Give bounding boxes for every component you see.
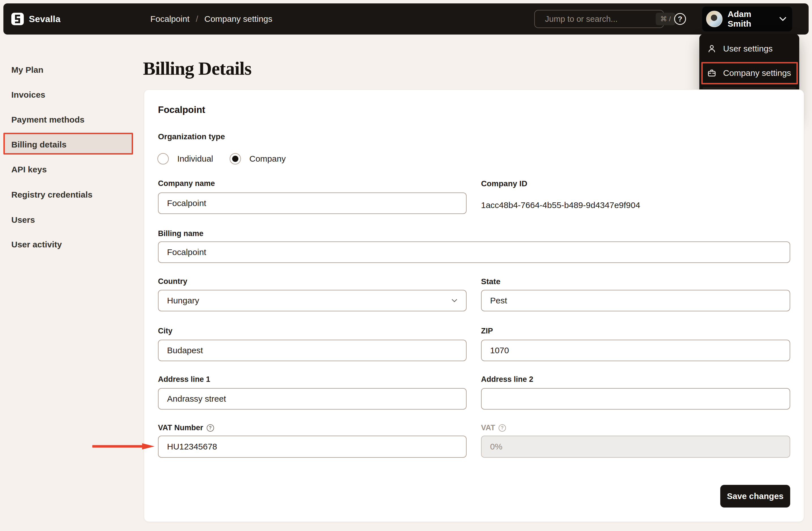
state-input[interactable]	[481, 290, 790, 311]
zip-label: ZIP	[481, 327, 493, 335]
state-label: State	[481, 277, 500, 286]
address-line-2-input[interactable]	[481, 388, 790, 410]
address-line-2-label: Address line 2	[481, 375, 533, 384]
brand[interactable]: Sevalla	[11, 3, 61, 34]
vat-number-label: VAT Number ?	[158, 424, 214, 432]
sidebar-item-payment-methods[interactable]: Payment methods	[11, 115, 84, 124]
country-label: Country	[158, 277, 187, 286]
screen: Sevalla Focalpoint / Company settings ⌘ …	[0, 0, 812, 531]
city-input[interactable]	[158, 340, 467, 361]
address-line-1-label: Address line 1	[158, 375, 211, 384]
menu-divider	[703, 88, 796, 88]
vat-number-help-icon[interactable]: ?	[207, 424, 214, 432]
user-name: Adam Smith	[728, 9, 774, 29]
brand-name: Sevalla	[29, 14, 61, 24]
radio-selected-dot	[232, 156, 238, 162]
vat-label: VAT ?	[481, 424, 506, 432]
vat-label-text: VAT	[481, 424, 495, 432]
chevron-down-icon	[779, 17, 786, 21]
pixel-s-glyph	[13, 15, 22, 23]
organization-type-radio-group: Individual Company	[157, 153, 294, 164]
user-icon	[707, 44, 716, 53]
billing-name-label: Billing name	[158, 229, 204, 238]
sidebar-item-my-plan[interactable]: My Plan	[11, 65, 43, 75]
address-line-1-input[interactable]	[158, 388, 467, 410]
company-name-label: Company name	[158, 179, 215, 188]
breadcrumb-separator: /	[195, 14, 198, 24]
vat-number-input[interactable]	[158, 436, 467, 458]
menu-item-label: Company settings	[723, 68, 791, 78]
sidebar-item-billing-details[interactable]: Billing details	[11, 140, 67, 149]
help-button[interactable]: ?	[674, 13, 686, 25]
company-id-value: 1acc48b4-7664-4b55-b489-9d4347e9f904	[481, 201, 640, 210]
breadcrumb-item-org[interactable]: Focalpoint	[150, 14, 189, 24]
city-label: City	[158, 327, 172, 335]
company-id-label: Company ID	[481, 179, 527, 188]
menu-item-company-settings[interactable]: Company settings	[707, 61, 794, 85]
save-changes-button[interactable]: Save changes	[720, 485, 790, 507]
user-menu-button[interactable]: Adam Smith	[702, 6, 792, 31]
sidebar-item-user-activity[interactable]: User activity	[11, 240, 62, 249]
topbar: Sevalla Focalpoint / Company settings ⌘ …	[3, 3, 809, 34]
radio-company-label: Company	[249, 154, 286, 164]
zip-input[interactable]	[481, 340, 790, 361]
vat-input	[481, 436, 790, 458]
radio-individual-label: Individual	[177, 154, 213, 164]
sidebar-item-api-keys[interactable]: API keys	[11, 165, 47, 174]
breadcrumb: Focalpoint / Company settings	[150, 3, 272, 34]
vat-number-label-text: VAT Number	[158, 424, 203, 432]
billing-name-input[interactable]	[158, 241, 790, 263]
billing-details-card: Focalpoint Organization type Individual …	[144, 89, 804, 522]
vat-help-icon[interactable]: ?	[498, 424, 506, 432]
menu-item-user-settings[interactable]: User settings	[707, 36, 794, 61]
page-title: Billing Details	[143, 58, 251, 79]
search-shortcut-badge: ⌘ /	[656, 13, 675, 25]
company-name-input[interactable]	[158, 192, 467, 214]
radio-company[interactable]	[230, 153, 241, 164]
menu-item-label: User settings	[723, 44, 773, 54]
radio-individual[interactable]	[157, 153, 169, 164]
sevalla-logo-icon	[11, 13, 24, 25]
card-title: Focalpoint	[158, 104, 205, 115]
avatar	[706, 11, 723, 27]
sidebar-item-registry-credentials[interactable]: Registry credentials	[11, 190, 92, 200]
organization-type-label: Organization type	[158, 132, 225, 141]
sidebar-item-invoices[interactable]: Invoices	[11, 90, 45, 100]
country-select[interactable]	[158, 290, 467, 311]
sidebar-item-users[interactable]: Users	[11, 215, 35, 225]
search-box[interactable]: ⌘ /	[534, 10, 664, 28]
briefcase-icon	[707, 69, 716, 77]
search-input[interactable]	[545, 14, 652, 24]
breadcrumb-item-page[interactable]: Company settings	[204, 14, 272, 24]
